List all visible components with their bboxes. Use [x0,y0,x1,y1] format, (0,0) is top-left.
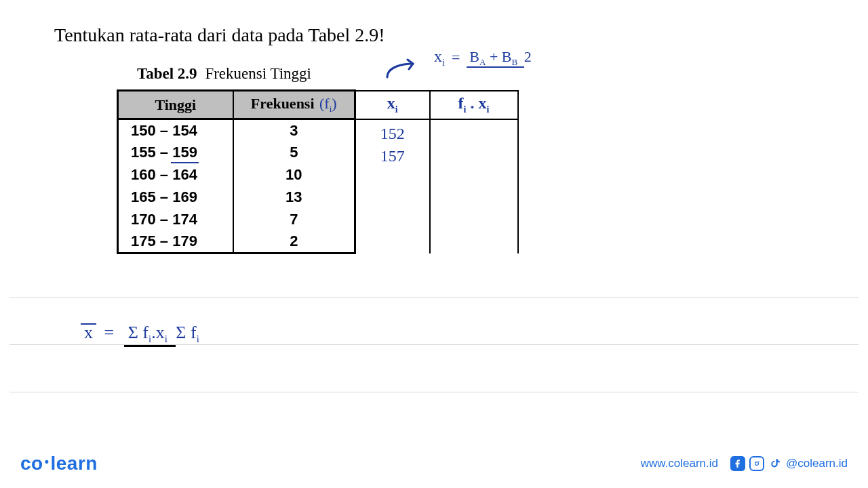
footer-website: www.colearn.id [641,457,718,470]
table-row: 150 – 154 3 152 157 [118,119,518,142]
cell-xi-column: 152 157 [355,119,430,253]
cell-range: 150 – 154 [118,119,233,142]
midpoint-formula: xi = BA + BB 2 [434,47,532,68]
cell-frequency: 2 [233,231,355,253]
svg-point-1 [758,461,760,462]
cell-frequency: 3 [233,119,355,142]
col-header-tinggi: Tinggi [118,91,233,119]
brand-logo: co•learn [20,453,98,474]
col-header-frekuensi: Frekuensi (fi) [233,91,355,119]
footer-right: www.colearn.id @colearn.id [641,456,848,471]
footer: co•learn www.colearn.id @colearn.id [0,450,868,477]
cell-range: 165 – 169 [118,186,233,209]
cell-range: 160 – 164 [118,164,233,186]
instagram-icon [749,456,764,471]
col-header-fixi: fi . xi [430,91,518,119]
caption-text: Frekuensi Tinggi [205,65,311,82]
table-caption: Tabel 2.9 Frekuensi Tinggi [137,65,311,83]
mean-formula: x = Σ fi.xi Σ fi [83,323,199,346]
cell-frequency: 5 [233,142,355,164]
col-header-xi: xi [355,91,430,119]
rule-line [9,297,859,298]
caption-number: Tabel 2.9 [137,65,197,82]
footer-handle: @colearn.id [786,457,848,470]
cell-frequency: 10 [233,164,355,186]
cell-range: 170 – 174 [118,209,233,231]
table-header-row: Tinggi Frekuensi (fi) xi fi . xi [118,91,518,119]
svg-point-0 [755,462,759,466]
cell-fixi-column [430,119,518,253]
cell-frequency: 13 [233,186,355,209]
frequency-table: Tinggi Frekuensi (fi) xi fi . xi 150 – 1… [117,89,519,254]
footer-social: @colearn.id [730,456,848,471]
rule-line [9,392,859,392]
page: Tentukan rata-rata dari data pada Tabel … [0,0,868,488]
facebook-icon [730,456,745,471]
cell-range: 155 – 159 [118,142,233,164]
tiktok-icon [768,456,782,471]
cell-range: 175 – 179 [118,231,233,253]
cell-frequency: 7 [233,209,355,231]
problem-title: Tentukan rata-rata dari data pada Tabel … [54,24,385,46]
arrow-icon [383,58,421,84]
